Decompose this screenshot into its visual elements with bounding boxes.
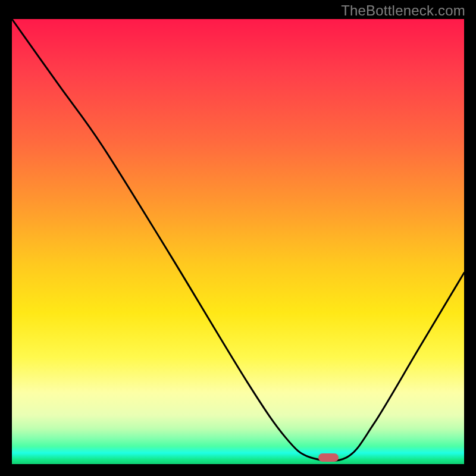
plot-area [12, 19, 464, 464]
chart-frame: TheBottleneck.com [0, 0, 476, 476]
bottleneck-curve [12, 19, 464, 464]
minimum-marker-pill [318, 453, 339, 462]
watermark-text: TheBottleneck.com [341, 2, 465, 19]
